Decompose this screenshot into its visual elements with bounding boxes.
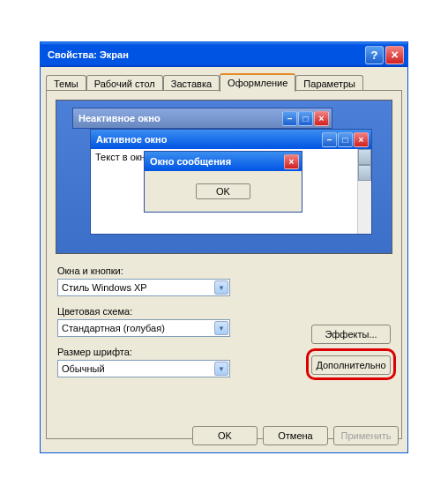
chevron-down-icon: ▼: [214, 362, 228, 376]
preview-msgbox-titlebar: Окно сообщения ×: [145, 152, 302, 171]
preview-body-text: Текст в окне: [95, 152, 151, 162]
windows-style-combo[interactable]: Стиль Windows XP ▼: [57, 279, 230, 296]
color-scheme-combo[interactable]: Стандартная (голубая) ▼: [57, 319, 230, 337]
appearance-panel: Неактивное окно – □ × Активное окно – □ …: [46, 90, 402, 439]
dialog-buttons: OK Отмена Применить: [192, 426, 399, 445]
close-icon: ×: [354, 132, 369, 147]
preview-inactive-title: Неактивное окно: [78, 113, 281, 123]
close-button[interactable]: ×: [385, 46, 404, 64]
preview-active-titlebar: Активное окно – □ ×: [91, 130, 371, 149]
scrollbar: [357, 149, 371, 234]
preview-inactive-titlebar: Неактивное окно – □ ×: [73, 108, 332, 128]
help-button[interactable]: ?: [365, 46, 384, 64]
preview-inactive-window: Неактивное окно – □ ×: [72, 108, 332, 129]
close-icon: ×: [314, 111, 329, 126]
maximize-icon: □: [298, 111, 313, 126]
color-scheme-value: Стандартная (голубая): [62, 323, 165, 333]
windows-buttons-label: Окна и кнопки:: [57, 265, 123, 276]
font-size-combo[interactable]: Обычный ▼: [57, 360, 230, 377]
preview-msgbox-ok: OK: [196, 183, 250, 199]
chevron-down-icon: ▼: [214, 280, 228, 295]
close-icon: ×: [284, 154, 299, 169]
preview-active-body: Текст в окне Окно сообщения × OK: [91, 149, 371, 234]
windows-style-value: Стиль Windows XP: [62, 282, 147, 293]
maximize-icon: □: [338, 132, 353, 147]
font-size-value: Обычный: [62, 363, 105, 374]
color-scheme-label: Цветовая схема:: [57, 306, 132, 317]
dialog-title: Свойства: Экран: [48, 49, 363, 60]
preview-msgbox: Окно сообщения × OK: [144, 151, 302, 213]
cancel-button[interactable]: Отмена: [263, 426, 328, 445]
preview-active-window: Активное окно – □ × Текст в окне Окно со…: [90, 129, 372, 235]
preview-msgbox-body: OK: [145, 171, 302, 212]
preview-area: Неактивное окно – □ × Активное окно – □ …: [56, 100, 392, 254]
ok-button[interactable]: OK: [192, 426, 258, 445]
minimize-icon: –: [322, 132, 337, 147]
titlebar[interactable]: Свойства: Экран ? ×: [41, 42, 407, 67]
tab-appearance[interactable]: Оформление: [220, 73, 295, 92]
preview-msgbox-title: Окно сообщения: [150, 156, 283, 167]
preview-active-title: Активное окно: [96, 134, 321, 145]
chevron-down-icon: ▼: [214, 321, 228, 335]
effects-button[interactable]: Эффекты...: [311, 325, 391, 344]
advanced-button[interactable]: Дополнительно: [311, 355, 391, 375]
apply-button[interactable]: Применить: [333, 426, 399, 445]
tab-strip: Темы Рабочий стол Заставка Оформление Па…: [46, 73, 402, 91]
font-size-label: Размер шрифта:: [57, 347, 132, 357]
display-properties-dialog: Свойства: Экран ? × Темы Рабочий стол За…: [40, 41, 408, 453]
minimize-icon: –: [282, 111, 297, 126]
